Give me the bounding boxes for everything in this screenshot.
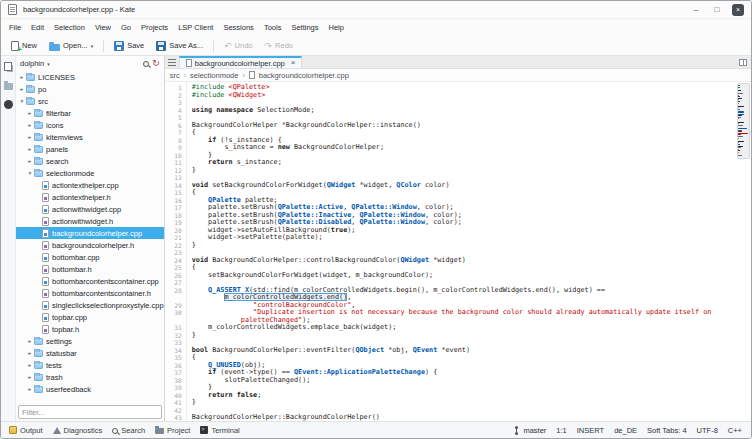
- search-icon[interactable]: [143, 61, 149, 67]
- status-c[interactable]: C++: [723, 426, 747, 435]
- menu-projects[interactable]: Projects: [136, 21, 173, 34]
- new-button[interactable]: New: [6, 39, 42, 53]
- menu-sessions[interactable]: Sessions: [218, 21, 258, 34]
- status-master[interactable]: master: [508, 426, 551, 435]
- tree-item-trash[interactable]: ▸trash: [16, 371, 164, 383]
- breadcrumb-item-selectionmode[interactable]: selectionmode: [190, 71, 238, 80]
- terminal-pane-button[interactable]: Terminal: [196, 425, 243, 436]
- diagnostics-pane-button[interactable]: Diagnostics: [49, 425, 107, 436]
- breadcrumb-item-src[interactable]: src: [170, 71, 180, 80]
- tree-item-licenses[interactable]: ▸LICENSES: [16, 71, 164, 83]
- menu-view[interactable]: View: [90, 21, 116, 34]
- tree-item-userfeedback[interactable]: ▸userfeedback: [16, 383, 164, 395]
- tree-item-statusbar[interactable]: ▸statusbar: [16, 347, 164, 359]
- documents-tool-button[interactable]: [2, 60, 14, 72]
- menu-help[interactable]: Help: [324, 21, 349, 34]
- statusbar: OutputDiagnosticsSearchProjectTerminal m…: [1, 421, 751, 438]
- chevron-right-icon[interactable]: ▸: [26, 386, 34, 392]
- open-button[interactable]: Open...▾: [44, 39, 98, 53]
- tabbar-corner-button[interactable]: [735, 56, 751, 68]
- chevron-right-icon[interactable]: ▸: [26, 374, 34, 380]
- chevron-right-icon[interactable]: ▸: [26, 146, 34, 152]
- menu-go[interactable]: Go: [116, 21, 136, 34]
- minimize-button[interactable]: –: [690, 4, 702, 16]
- menu-file[interactable]: File: [4, 21, 26, 34]
- menu-selection[interactable]: Selection: [49, 21, 90, 34]
- tree-item-bottombarcontentscontainer-h[interactable]: bottombarcontentscontainer.h: [16, 287, 164, 299]
- line-number: 23: [165, 249, 182, 257]
- line-number: 31: [165, 324, 182, 332]
- save-button[interactable]: Save: [109, 39, 149, 53]
- tree-item-selectionmode[interactable]: ▾selectionmode: [16, 167, 164, 179]
- folder-file-icon: [34, 110, 43, 117]
- tree-item-filterbar[interactable]: ▸filterbar: [16, 107, 164, 119]
- chevron-down-icon[interactable]: ▾: [26, 170, 34, 176]
- menu-lsp-client[interactable]: LSP Client: [173, 21, 218, 34]
- status-1-1[interactable]: 1:1: [551, 426, 571, 435]
- minimap-scrollbar[interactable]: [738, 85, 749, 157]
- tree-item-backgroundcolorhelper-h[interactable]: backgroundcolorhelper.h: [16, 239, 164, 251]
- chevron-right-icon[interactable]: ▸: [18, 74, 26, 80]
- tab-backgroundcolorhelper-cpp[interactable]: backgroundcolorhelper.cpp ×: [179, 56, 303, 68]
- line-number: 36: [165, 362, 182, 370]
- chevron-right-icon[interactable]: ▸: [18, 86, 26, 92]
- tree-item-panels[interactable]: ▸panels: [16, 143, 164, 155]
- tree-item-po[interactable]: ▸po: [16, 83, 164, 95]
- status-soft-tabs-4[interactable]: Soft Tabs: 4: [642, 426, 691, 435]
- minimap-view-indicator[interactable]: [737, 83, 750, 159]
- symbols-tool-button[interactable]: [2, 98, 14, 110]
- chevron-right-icon[interactable]: ▸: [26, 350, 34, 356]
- tree-filter-input[interactable]: [18, 405, 162, 419]
- chevron-right-icon[interactable]: ▸: [26, 338, 34, 344]
- project-pane-button[interactable]: Project: [151, 425, 194, 436]
- tree-item-tests[interactable]: ▸tests: [16, 359, 164, 371]
- tree-item-settings[interactable]: ▸settings: [16, 335, 164, 347]
- chevron-right-icon[interactable]: ▸: [26, 134, 34, 140]
- tree-item-bottombar-h[interactable]: bottombar.h: [16, 263, 164, 275]
- status-de-de[interactable]: de_DE: [609, 426, 642, 435]
- chevron-right-icon[interactable]: ▸: [26, 122, 34, 128]
- tree-item-actiontexthelper-h[interactable]: actiontexthelper.h: [16, 191, 164, 203]
- tree-item-search[interactable]: ▸search: [16, 155, 164, 167]
- tree-item-singleclickselectionproxystyle-cpp[interactable]: singleclickselectionproxystyle.cpp: [16, 299, 164, 311]
- folder-file-icon: [26, 86, 35, 93]
- line-number: 35: [165, 354, 182, 362]
- chevron-down-icon[interactable]: ▾: [18, 98, 26, 104]
- code-line: {: [192, 354, 751, 362]
- tree-item-bottombarcontentscontainer-cpp[interactable]: bottombarcontentscontainer.cpp: [16, 275, 164, 287]
- close-button[interactable]: ×: [732, 4, 744, 16]
- tree-item-backgroundcolorhelper-cpp[interactable]: backgroundcolorhelper.cpp: [16, 227, 164, 239]
- status-insert[interactable]: INSERT: [572, 426, 609, 435]
- tree-item-bottombar-cpp[interactable]: bottombar.cpp: [16, 251, 164, 263]
- chevron-right-icon[interactable]: ▸: [26, 110, 34, 116]
- chevron-right-icon[interactable]: ▸: [26, 158, 34, 164]
- tab-close-icon[interactable]: ×: [291, 59, 296, 67]
- titlebar[interactable]: backgroundcolorhelper.cpp - Kate –□×: [1, 1, 751, 19]
- tree-item-src[interactable]: ▾src: [16, 95, 164, 107]
- tree-item-topbar-cpp[interactable]: topbar.cpp: [16, 311, 164, 323]
- menu-tools[interactable]: Tools: [259, 21, 287, 34]
- code-text-area[interactable]: #include <QPalette>#include <QWidget>usi…: [187, 82, 751, 421]
- output-pane-button[interactable]: Output: [5, 425, 47, 436]
- tree-item-actionwithwidget-h[interactable]: actionwithwidget.h: [16, 215, 164, 227]
- breadcrumb-item-backgroundcolorhelper-cpp[interactable]: backgroundcolorhelper.cpp: [259, 71, 349, 80]
- tree-item-kitemviews[interactable]: ▸kitemviews: [16, 131, 164, 143]
- menu-edit[interactable]: Edit: [26, 21, 49, 34]
- documents-list-button[interactable]: [165, 56, 179, 68]
- search-pane-button[interactable]: Search: [108, 425, 149, 436]
- filesystem-tool-button[interactable]: [2, 79, 14, 91]
- tree-item-actiontexthelper-cpp[interactable]: actiontexthelper.cpp: [16, 179, 164, 191]
- save-as-button[interactable]: Save As...: [151, 39, 208, 53]
- tree-item-topbar-h[interactable]: topbar.h: [16, 323, 164, 335]
- chevron-right-icon[interactable]: ▸: [26, 362, 34, 368]
- menu-settings[interactable]: Settings: [286, 21, 323, 34]
- maximize-button[interactable]: □: [711, 4, 723, 16]
- save-icon: [114, 41, 124, 51]
- status-utf-8[interactable]: UTF-8: [692, 426, 723, 435]
- code-view: 1234567891011121314151617181920212223242…: [165, 82, 751, 421]
- reload-icon[interactable]: ↻: [152, 59, 160, 68]
- tree-item-icons[interactable]: ▸icons: [16, 119, 164, 131]
- project-selector[interactable]: dolphin: [20, 59, 44, 68]
- tree-item-actionwithwidget-cpp[interactable]: actionwithwidget.cpp: [16, 203, 164, 215]
- line-number: 39: [165, 384, 182, 392]
